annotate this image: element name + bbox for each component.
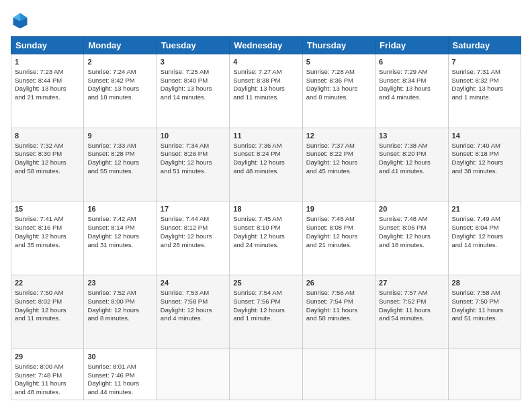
day-info: Sunrise: 7:36 AM bbox=[233, 142, 298, 150]
calendar-table: SundayMondayTuesdayWednesdayThursdayFrid… bbox=[11, 36, 521, 400]
day-info: Daylight: 12 hours bbox=[161, 232, 226, 241]
day-info: Daylight: 12 hours bbox=[233, 232, 298, 241]
calendar-cell: 18Sunrise: 7:45 AMSunset: 8:10 PMDayligh… bbox=[230, 201, 302, 275]
day-info: Daylight: 12 hours bbox=[87, 158, 152, 167]
day-info: Sunrise: 7:46 AM bbox=[306, 215, 371, 224]
day-info: Daylight: 13 hours bbox=[161, 85, 226, 93]
day-number: 27 bbox=[379, 278, 444, 288]
day-info: Sunset: 8:18 PM bbox=[452, 150, 517, 158]
calendar-cell: 14Sunrise: 7:40 AMSunset: 8:18 PMDayligh… bbox=[448, 128, 521, 201]
calendar-cell: 11Sunrise: 7:36 AMSunset: 8:24 PMDayligh… bbox=[230, 128, 302, 201]
day-info: Sunrise: 7:58 AM bbox=[452, 289, 517, 298]
calendar-cell: 6Sunrise: 7:29 AMSunset: 8:34 PMDaylight… bbox=[375, 54, 448, 128]
day-info: Daylight: 13 hours bbox=[306, 85, 371, 93]
day-info: Sunset: 8:12 PM bbox=[161, 224, 226, 232]
calendar-header-row: SundayMondayTuesdayWednesdayThursdayFrid… bbox=[11, 37, 521, 54]
day-info: and 45 minutes. bbox=[306, 167, 371, 176]
calendar-week-row: 1Sunrise: 7:23 AMSunset: 8:44 PMDaylight… bbox=[11, 54, 521, 128]
day-info: Sunrise: 7:23 AM bbox=[15, 68, 80, 77]
day-info: Sunrise: 7:49 AM bbox=[452, 215, 517, 224]
calendar-cell: 13Sunrise: 7:38 AMSunset: 8:20 PMDayligh… bbox=[375, 128, 448, 201]
calendar-cell bbox=[448, 349, 521, 400]
day-number: 28 bbox=[452, 278, 517, 288]
day-number: 20 bbox=[379, 204, 444, 214]
day-info: Sunrise: 7:28 AM bbox=[306, 68, 371, 77]
logo-icon bbox=[11, 11, 30, 30]
day-info: Sunset: 7:48 PM bbox=[15, 371, 80, 380]
day-info: Sunset: 8:32 PM bbox=[452, 77, 517, 85]
day-number: 10 bbox=[161, 131, 226, 141]
day-info: Daylight: 12 hours bbox=[87, 232, 152, 241]
calendar-cell: 3Sunrise: 7:25 AMSunset: 8:40 PMDaylight… bbox=[157, 54, 229, 128]
day-info: Sunrise: 7:40 AM bbox=[452, 142, 517, 150]
day-number: 15 bbox=[15, 204, 80, 214]
calendar-cell: 2Sunrise: 7:24 AMSunset: 8:42 PMDaylight… bbox=[84, 54, 157, 128]
day-info: and 21 minutes. bbox=[306, 241, 371, 250]
day-number: 3 bbox=[161, 57, 226, 67]
calendar-cell: 28Sunrise: 7:58 AMSunset: 7:50 PMDayligh… bbox=[448, 275, 521, 349]
day-info: and 58 minutes. bbox=[306, 314, 371, 323]
day-info: Daylight: 12 hours bbox=[452, 158, 517, 167]
day-info: and 28 minutes. bbox=[161, 241, 226, 250]
day-number: 16 bbox=[87, 204, 152, 214]
day-info: Daylight: 12 hours bbox=[15, 232, 80, 241]
day-info: Sunrise: 7:56 AM bbox=[306, 289, 371, 298]
day-info: Daylight: 12 hours bbox=[306, 232, 371, 241]
day-info: Daylight: 11 hours bbox=[452, 306, 517, 315]
day-number: 23 bbox=[87, 278, 152, 288]
day-info: Daylight: 12 hours bbox=[452, 232, 517, 241]
day-info: Daylight: 11 hours bbox=[15, 379, 80, 388]
day-info: Sunrise: 7:33 AM bbox=[87, 142, 152, 150]
day-info: Daylight: 13 hours bbox=[233, 85, 298, 93]
page: SundayMondayTuesdayWednesdayThursdayFrid… bbox=[0, 0, 532, 411]
day-info: and 38 minutes. bbox=[452, 167, 517, 176]
calendar-cell: 12Sunrise: 7:37 AMSunset: 8:22 PMDayligh… bbox=[302, 128, 375, 201]
day-info: Sunset: 8:38 PM bbox=[233, 77, 298, 85]
day-info: Daylight: 13 hours bbox=[15, 85, 80, 93]
day-header: Thursday bbox=[302, 37, 375, 54]
day-info: Sunrise: 7:24 AM bbox=[87, 68, 152, 77]
day-number: 11 bbox=[233, 131, 298, 141]
day-info: and 55 minutes. bbox=[87, 167, 152, 176]
day-info: Sunset: 8:26 PM bbox=[161, 150, 226, 158]
day-info: Daylight: 12 hours bbox=[306, 158, 371, 167]
calendar-cell: 1Sunrise: 7:23 AMSunset: 8:44 PMDaylight… bbox=[11, 54, 84, 128]
day-info: and 54 minutes. bbox=[379, 314, 444, 323]
day-info: and 35 minutes. bbox=[15, 241, 80, 250]
day-info: Sunrise: 8:01 AM bbox=[87, 363, 152, 371]
day-number: 22 bbox=[15, 278, 80, 288]
day-number: 9 bbox=[87, 131, 152, 141]
calendar-cell: 16Sunrise: 7:42 AMSunset: 8:14 PMDayligh… bbox=[84, 201, 157, 275]
day-info: Sunrise: 7:42 AM bbox=[87, 215, 152, 224]
day-info: Sunset: 8:14 PM bbox=[87, 224, 152, 232]
day-info: Sunrise: 7:44 AM bbox=[161, 215, 226, 224]
calendar-cell: 8Sunrise: 7:32 AMSunset: 8:30 PMDaylight… bbox=[11, 128, 84, 201]
day-info: and 18 minutes. bbox=[87, 93, 152, 102]
day-info: Sunset: 8:02 PM bbox=[15, 298, 80, 306]
day-info: and 51 minutes. bbox=[161, 167, 226, 176]
day-info: and 48 minutes. bbox=[15, 388, 80, 397]
day-number: 12 bbox=[306, 131, 371, 141]
calendar-cell: 20Sunrise: 7:48 AMSunset: 8:06 PMDayligh… bbox=[375, 201, 448, 275]
day-info: Daylight: 13 hours bbox=[379, 85, 444, 93]
day-header: Tuesday bbox=[157, 37, 229, 54]
calendar-cell: 9Sunrise: 7:33 AMSunset: 8:28 PMDaylight… bbox=[84, 128, 157, 201]
calendar-week-row: 15Sunrise: 7:41 AMSunset: 8:16 PMDayligh… bbox=[11, 201, 521, 275]
day-number: 7 bbox=[452, 57, 517, 67]
day-number: 19 bbox=[306, 204, 371, 214]
day-info: and 1 minute. bbox=[452, 93, 517, 102]
day-info: Daylight: 12 hours bbox=[87, 306, 152, 315]
calendar-cell: 21Sunrise: 7:49 AMSunset: 8:04 PMDayligh… bbox=[448, 201, 521, 275]
day-info: and 11 minutes. bbox=[233, 93, 298, 102]
header bbox=[11, 11, 521, 30]
day-number: 25 bbox=[233, 278, 298, 288]
day-header: Monday bbox=[84, 37, 157, 54]
day-info: Sunrise: 8:00 AM bbox=[15, 363, 80, 371]
day-number: 13 bbox=[379, 131, 444, 141]
day-info: Sunset: 7:58 PM bbox=[161, 298, 226, 306]
day-info: Daylight: 12 hours bbox=[15, 158, 80, 167]
day-info: and 8 minutes. bbox=[87, 314, 152, 323]
day-number: 2 bbox=[87, 57, 152, 67]
day-info: Sunrise: 7:57 AM bbox=[379, 289, 444, 298]
day-info: Sunrise: 7:27 AM bbox=[233, 68, 298, 77]
